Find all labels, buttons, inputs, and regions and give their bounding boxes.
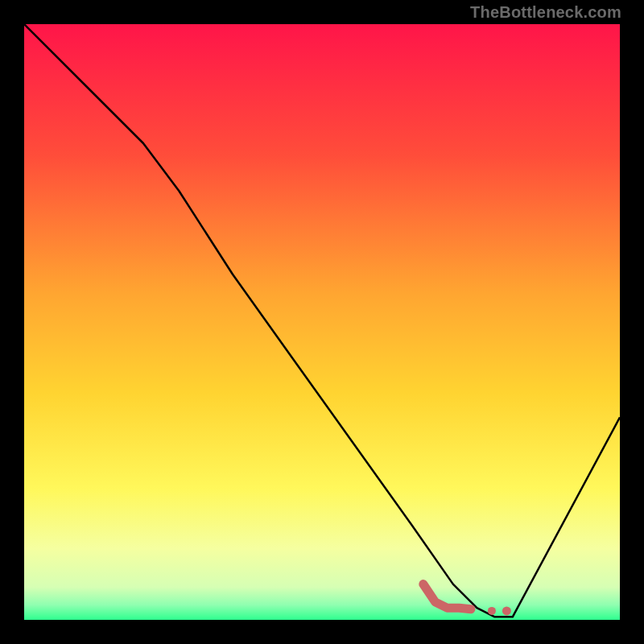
gradient-plot: [24, 24, 620, 620]
attribution-text: TheBottleneck.com: [470, 3, 621, 22]
chart-figure: TheBottleneck.com: [0, 0, 644, 644]
highlight-marker-dot-0: [488, 607, 496, 615]
chart-canvas: [24, 24, 620, 620]
highlight-marker-dot-1: [502, 606, 511, 615]
